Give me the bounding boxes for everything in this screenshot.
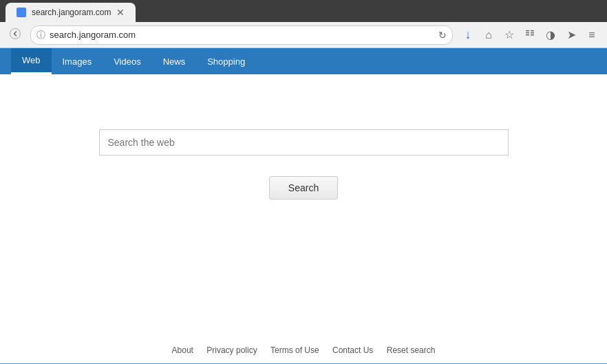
star-icon: ☆	[504, 28, 514, 41]
nav-bar: ⓘ ↻ ↓ ⌂ ☆	[0, 22, 607, 48]
active-tab[interactable]: search.jangoram.com ✕	[6, 3, 136, 22]
tab-close-button[interactable]: ✕	[116, 7, 125, 18]
search-input[interactable]	[99, 129, 509, 156]
footer: About Privacy policy Terms of Use Contac…	[0, 337, 607, 363]
nav-tab-shopping[interactable]: Shopping	[196, 48, 256, 74]
back-button[interactable]	[6, 25, 25, 45]
pocket-button[interactable]: ◑	[541, 25, 560, 45]
reader-icon	[524, 28, 535, 42]
pocket-icon: ◑	[546, 28, 555, 41]
nav-icons: ↓ ⌂ ☆	[458, 25, 601, 45]
reader-view-button[interactable]	[520, 25, 540, 45]
footer-link-contact[interactable]: Contact Us	[332, 345, 373, 355]
search-button[interactable]: Search	[269, 176, 338, 200]
nav-tab-web[interactable]: Web	[11, 48, 52, 74]
footer-link-terms[interactable]: Terms of Use	[270, 345, 319, 355]
share-icon: ➤	[567, 28, 576, 41]
bookmark-button[interactable]: ☆	[500, 25, 519, 45]
nav-tab-news[interactable]: News	[152, 48, 197, 74]
search-engine-nav: Web Images Videos News Shopping	[0, 48, 607, 74]
home-button[interactable]: ⌂	[479, 25, 498, 45]
tab-bar: search.jangoram.com ✕	[0, 0, 607, 22]
home-icon: ⌂	[485, 29, 492, 41]
footer-link-privacy[interactable]: Privacy policy	[206, 345, 257, 355]
address-input[interactable]	[50, 30, 434, 40]
footer-link-reset[interactable]: Reset search	[387, 345, 436, 355]
svg-rect-5	[531, 32, 534, 34]
main-content: Search About Privacy policy Terms of Use…	[0, 74, 607, 363]
share-button[interactable]: ➤	[562, 25, 581, 45]
menu-button[interactable]: ≡	[582, 25, 601, 45]
svg-rect-1	[526, 30, 529, 32]
download-button[interactable]: ↓	[458, 25, 478, 45]
svg-rect-4	[531, 30, 534, 32]
address-bar[interactable]: ⓘ ↻	[30, 25, 453, 45]
download-icon: ↓	[465, 28, 471, 42]
search-input-wrapper	[99, 129, 509, 156]
svg-point-0	[10, 28, 21, 39]
footer-link-about[interactable]: About	[172, 345, 193, 355]
svg-rect-3	[526, 34, 529, 36]
browser-chrome: search.jangoram.com ✕ ⓘ ↻ ↓ ⌂	[0, 0, 607, 74]
nav-tab-videos[interactable]: Videos	[103, 48, 152, 74]
nav-tab-images[interactable]: Images	[52, 48, 103, 74]
info-icon: ⓘ	[36, 29, 45, 41]
svg-rect-2	[526, 32, 529, 34]
back-icon	[10, 28, 21, 42]
tab-title: search.jangoram.com	[32, 8, 111, 17]
tab-favicon	[17, 8, 26, 17]
refresh-icon[interactable]: ↻	[438, 30, 447, 41]
svg-rect-6	[531, 34, 534, 36]
search-form: Search	[63, 129, 544, 200]
menu-icon: ≡	[588, 29, 595, 41]
